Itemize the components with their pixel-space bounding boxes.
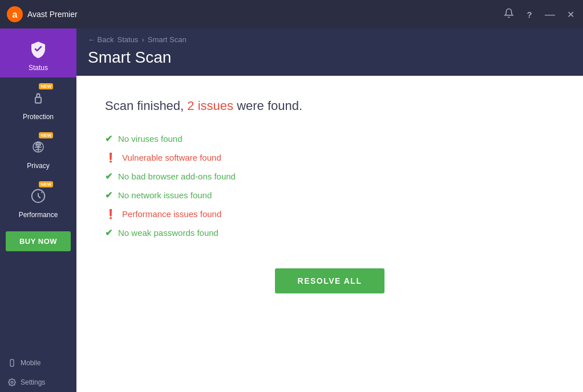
breadcrumb: ← Back Status › Smart Scan <box>88 35 572 44</box>
svg-rect-6 <box>10 360 14 366</box>
results-list: ✔ No viruses found ❗ Vulnerable software… <box>105 129 554 242</box>
breadcrumb-status[interactable]: Status <box>118 35 139 44</box>
sidebar-item-privacy[interactable]: NEW Privacy <box>0 126 76 175</box>
result-item-network: ✔ No network issues found <box>105 186 554 205</box>
ok-icon: ✔ <box>105 171 112 182</box>
svg-rect-2 <box>35 97 41 103</box>
scan-issues-count: 2 issues <box>187 99 233 113</box>
sidebar-item-performance[interactable]: NEW Performance <box>0 175 76 224</box>
svg-text:a: a <box>13 10 18 19</box>
result-item-software: ❗ Vulnerable software found <box>105 148 554 167</box>
sidebar-privacy-label: Privacy <box>27 162 49 170</box>
warn-icon: ❗ <box>105 152 116 163</box>
status-icon <box>26 36 51 62</box>
content-header: ← Back Status › Smart Scan Smart Scan <box>76 28 583 76</box>
titlebar-left: a Avast Premier <box>7 6 78 22</box>
protection-badge: NEW <box>39 83 53 89</box>
sidebar-item-protection[interactable]: NEW Protection <box>0 77 76 126</box>
titlebar: a Avast Premier ? — ✕ <box>0 0 583 28</box>
ok-icon: ✔ <box>105 133 112 144</box>
settings-icon <box>8 378 16 386</box>
settings-label: Settings <box>21 378 45 386</box>
page-title: Smart Scan <box>88 48 572 67</box>
content-body: Scan finished, 2 issues were found. ✔ No… <box>76 76 583 392</box>
result-software-text: Vulnerable software found <box>122 153 221 162</box>
resolve-all-button[interactable]: RESOLVE ALL <box>275 268 385 293</box>
sidebar-status-label: Status <box>29 64 48 72</box>
app-container: Status NEW Protection NEW <box>0 28 583 392</box>
privacy-badge: NEW <box>39 132 53 138</box>
sidebar-performance-label: Performance <box>19 211 58 219</box>
svg-point-8 <box>11 381 13 383</box>
warn-icon: ❗ <box>105 209 116 219</box>
close-icon[interactable]: ✕ <box>565 9 576 20</box>
result-item-passwords: ✔ No weak passwords found <box>105 223 554 242</box>
scan-text-suffix: were found. <box>237 99 302 113</box>
main-content: ← Back Status › Smart Scan Smart Scan Sc… <box>76 28 583 392</box>
privacy-icon: NEW <box>26 134 51 160</box>
bell-icon[interactable] <box>503 8 515 21</box>
mobile-icon <box>8 359 16 367</box>
sidebar-item-mobile[interactable]: Mobile <box>0 353 76 373</box>
result-passwords-text: No weak passwords found <box>118 228 218 238</box>
result-item-viruses: ✔ No viruses found <box>105 129 554 148</box>
sidebar-item-status[interactable]: Status <box>0 28 76 77</box>
protection-icon: NEW <box>26 85 51 111</box>
performance-badge: NEW <box>39 181 53 187</box>
performance-icon: NEW <box>26 183 51 209</box>
titlebar-controls: ? — ✕ <box>503 8 576 21</box>
avast-logo-icon: a <box>7 6 23 22</box>
help-icon[interactable]: ? <box>524 10 535 19</box>
scan-text-prefix: Scan finished, <box>105 99 184 113</box>
scan-summary: Scan finished, 2 issues were found. <box>105 99 302 113</box>
sidebar-bottom: Mobile Settings <box>0 353 76 392</box>
ok-icon: ✔ <box>105 190 112 201</box>
sidebar-item-settings[interactable]: Settings <box>0 373 76 392</box>
ok-icon: ✔ <box>105 227 112 238</box>
result-performance-text: Performance issues found <box>122 209 221 219</box>
mobile-label: Mobile <box>21 359 41 367</box>
result-viruses-text: No viruses found <box>118 134 183 144</box>
sidebar-protection-label: Protection <box>23 113 54 121</box>
result-item-addons: ✔ No bad browser add-ons found <box>105 167 554 186</box>
result-network-text: No network issues found <box>118 190 212 200</box>
breadcrumb-current: Smart Scan <box>148 35 187 44</box>
result-addons-text: No bad browser add-ons found <box>118 172 236 181</box>
app-title: Avast Premier <box>27 10 78 19</box>
breadcrumb-separator: › <box>141 35 144 44</box>
result-item-performance: ❗ Performance issues found <box>105 205 554 223</box>
buy-now-button[interactable]: BUY NOW <box>6 231 71 251</box>
sidebar: Status NEW Protection NEW <box>0 28 76 392</box>
minimize-icon[interactable]: — <box>544 9 556 21</box>
breadcrumb-back[interactable]: ← Back <box>88 35 114 44</box>
